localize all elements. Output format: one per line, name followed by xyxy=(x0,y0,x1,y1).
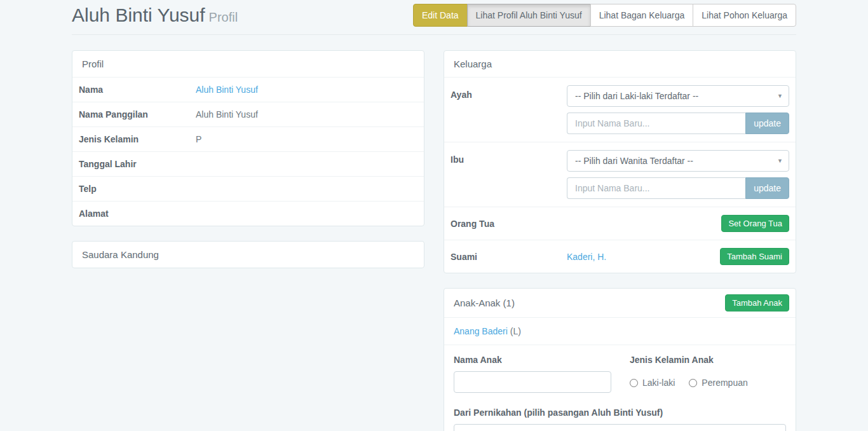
edit-data-button[interactable]: Edit Data xyxy=(413,4,468,27)
saudara-kandung-panel-title: Saudara Kandung xyxy=(72,242,424,268)
table-row-nama: Nama Aluh Binti Yusuf xyxy=(72,77,424,102)
anak-anak-panel-header: Anak-Anak (1) Tambah Anak xyxy=(444,289,796,317)
table-row-alamat: Alamat xyxy=(72,201,424,226)
table-row-tanggal-lahir: Tanggal Lahir xyxy=(72,151,424,176)
ibu-label: Ibu xyxy=(451,150,567,199)
ayah-nama-baru-input[interactable] xyxy=(567,113,745,134)
lihat-profil-button[interactable]: Lihat Profil Aluh Binti Yusuf xyxy=(467,4,591,27)
suami-label: Suami xyxy=(451,252,567,262)
page-subtitle: Profil xyxy=(209,10,238,24)
suami-row: Suami Kaderi, H. Tambah Suami xyxy=(444,240,796,273)
radio-option-perempuan[interactable]: Perempuan xyxy=(689,378,747,388)
ibu-update-button[interactable]: update xyxy=(745,177,789,199)
perempuan-radio-label: Perempuan xyxy=(702,378,747,388)
dari-pernikahan-label: Dari Pernikahan (pilih pasangan Aluh Bin… xyxy=(454,407,786,418)
keluarga-panel: Keluarga Ayah -- Pilih dari Laki-laki Te… xyxy=(444,50,796,273)
dari-pernikahan-select[interactable]: Aluh Binti Yusuf & Kaderi, H. xyxy=(454,424,786,431)
orang-tua-row: Orang Tua Set Orang Tua xyxy=(444,207,796,240)
table-row-telp: Telp xyxy=(72,176,424,201)
row-label: Jenis Kelamin xyxy=(79,134,196,144)
laki-laki-radio[interactable] xyxy=(630,379,638,387)
ayah-label: Ayah xyxy=(451,85,567,134)
ayah-select[interactable]: -- Pilih dari Laki-laki Terdaftar -- xyxy=(567,85,789,107)
ibu-select[interactable]: -- Pilih dari Wanita Terdaftar -- xyxy=(567,150,789,172)
profil-panel: Profil Nama Aluh Binti Yusuf Nama Panggi… xyxy=(72,50,424,226)
tambah-anak-form: Nama Anak Jenis Kelamin Anak Laki-laki xyxy=(444,345,796,431)
person-name: Aluh Binti Yusuf xyxy=(72,4,205,25)
keluarga-panel-title: Keluarga xyxy=(444,51,796,77)
nama-anak-input[interactable] xyxy=(454,371,611,393)
suami-link[interactable]: Kaderi, H. xyxy=(567,252,606,262)
row-label: Tanggal Lahir xyxy=(79,159,196,169)
row-label: Alamat xyxy=(79,209,196,219)
child-name-link[interactable]: Anang Baderi xyxy=(454,326,508,336)
table-row-nama-panggilan: Nama Panggilan Aluh Binti Yusuf xyxy=(72,102,424,127)
anak-anak-panel: Anak-Anak (1) Tambah Anak Anang Baderi (… xyxy=(444,288,796,431)
row-value: Aluh Binti Yusuf xyxy=(196,109,258,120)
tambah-suami-button[interactable]: Tambah Suami xyxy=(720,248,789,265)
perempuan-radio[interactable] xyxy=(689,379,697,387)
nama-link[interactable]: Aluh Binti Yusuf xyxy=(196,85,258,95)
row-label: Telp xyxy=(79,184,196,194)
row-label: Nama xyxy=(79,85,196,95)
jenis-kelamin-anak-label: Jenis Kelamin Anak xyxy=(630,355,786,365)
saudara-kandung-panel: Saudara Kandung xyxy=(72,241,424,268)
ibu-row: Ibu -- Pilih dari Wanita Terdaftar -- ▼ … xyxy=(444,142,796,207)
tambah-anak-header-button[interactable]: Tambah Anak xyxy=(725,294,789,311)
right-column: Keluarga Ayah -- Pilih dari Laki-laki Te… xyxy=(444,50,796,431)
left-column: Profil Nama Aluh Binti Yusuf Nama Panggi… xyxy=(72,50,424,283)
child-list-item: Anang Baderi (L) xyxy=(444,317,796,345)
header-button-group: Edit Data Lihat Profil Aluh Binti Yusuf … xyxy=(413,4,796,27)
page-container: Aluh Binti YusufProfil Edit Data Lihat P… xyxy=(72,0,796,431)
anak-anak-panel-title: Anak-Anak (1) xyxy=(454,298,515,308)
jenis-kelamin-radio-group: Laki-laki Perempuan xyxy=(630,378,786,388)
laki-laki-radio-label: Laki-laki xyxy=(642,378,675,388)
lihat-bagan-keluarga-button[interactable]: Lihat Bagan Keluarga xyxy=(590,4,694,27)
ayah-row: Ayah -- Pilih dari Laki-laki Terdaftar -… xyxy=(444,77,796,142)
table-row-jenis-kelamin: Jenis Kelamin P xyxy=(72,127,424,151)
orang-tua-label: Orang Tua xyxy=(451,219,567,229)
child-gender: (L) xyxy=(510,326,521,336)
radio-option-laki-laki[interactable]: Laki-laki xyxy=(630,378,675,388)
profil-panel-title: Profil xyxy=(72,51,424,77)
page-title: Aluh Binti YusufProfil xyxy=(72,4,238,27)
row-label: Nama Panggilan xyxy=(79,109,196,120)
lihat-pohon-keluarga-button[interactable]: Lihat Pohon Keluarga xyxy=(693,4,796,27)
row-value: P xyxy=(196,134,201,144)
ayah-update-button[interactable]: update xyxy=(745,113,789,134)
set-orang-tua-button[interactable]: Set Orang Tua xyxy=(721,215,789,232)
nama-anak-label: Nama Anak xyxy=(454,355,630,365)
ibu-nama-baru-input[interactable] xyxy=(567,177,745,199)
page-header: Aluh Binti YusufProfil Edit Data Lihat P… xyxy=(72,4,796,35)
